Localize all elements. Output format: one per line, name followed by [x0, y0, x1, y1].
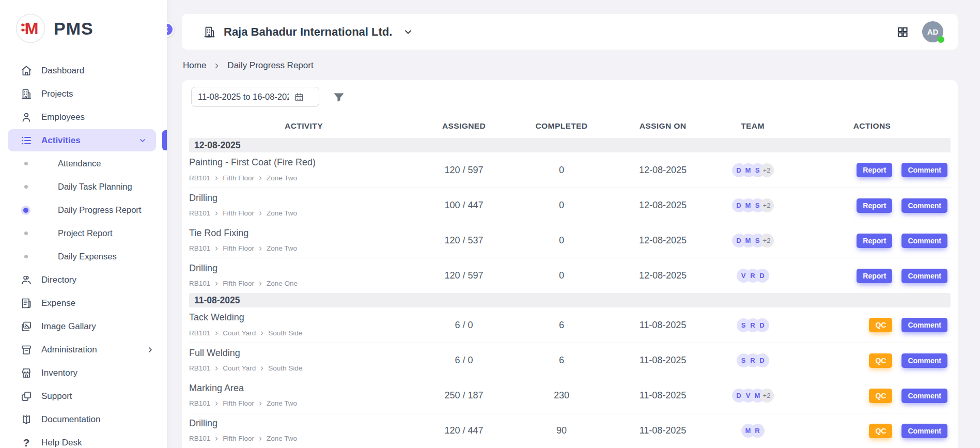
sidebar-item-directory[interactable]: Directory: [0, 268, 167, 291]
sidebar-item-inventory[interactable]: Inventory: [0, 361, 167, 384]
chevron-right-icon: [258, 211, 263, 216]
qc-button[interactable]: QC: [869, 389, 892, 403]
row-actions: QCComment: [794, 318, 951, 332]
comment-button[interactable]: Comment: [901, 198, 947, 213]
location-segment: RB101: [189, 329, 210, 337]
receipt-icon: [20, 297, 33, 310]
sidebar-item-employees[interactable]: Employees: [0, 105, 167, 129]
date-range-field[interactable]: [191, 87, 319, 107]
bullet-dot-icon: [21, 252, 30, 261]
sidebar-collapse-button[interactable]: [167, 22, 174, 37]
activity-title: Tie Rod Fixing: [189, 228, 418, 239]
comment-button[interactable]: Comment: [901, 424, 947, 438]
sidebar-subitem-label: Daily Progress Report: [58, 205, 141, 215]
report-button[interactable]: Report: [857, 269, 892, 283]
team-avatars: DMS+2: [712, 234, 794, 248]
filter-funnel-icon[interactable]: [333, 91, 345, 103]
chevron-right-icon: [258, 436, 263, 441]
row-actions: QCComment: [794, 353, 951, 368]
qc-button[interactable]: QC: [869, 424, 892, 438]
location-segment: Fifth Floor: [223, 280, 254, 287]
location-segment: RB101: [189, 280, 210, 287]
report-button[interactable]: Report: [857, 198, 892, 213]
activity-title: Drilling: [189, 418, 418, 429]
breadcrumb-home[interactable]: Home: [183, 60, 206, 71]
comment-button[interactable]: Comment: [901, 269, 947, 283]
activity-title: Full Welding: [189, 348, 418, 359]
book-icon: [20, 413, 33, 426]
sidebar-item-documentation[interactable]: Documentation: [0, 408, 167, 431]
team-avatar: D: [755, 318, 769, 332]
people-icon: [20, 273, 33, 287]
report-button[interactable]: Report: [857, 163, 892, 177]
table-row: Drilling RB101Fifth FloorZone One 120 / …: [189, 258, 951, 293]
date-range-input[interactable]: [198, 92, 289, 102]
assigned-value: 250 / 187: [418, 390, 509, 401]
sidebar-item-label: Dashboard: [41, 66, 84, 76]
comment-button[interactable]: Comment: [901, 318, 947, 332]
app-title: PMS: [54, 19, 94, 39]
sidebar-item-label: Projects: [41, 89, 73, 99]
location-segment: Zone Two: [267, 399, 297, 407]
qc-button[interactable]: QC: [869, 318, 892, 332]
calendar-icon[interactable]: [294, 92, 304, 102]
comment-button[interactable]: Comment: [901, 353, 947, 368]
comment-button[interactable]: Comment: [901, 234, 947, 248]
qc-button[interactable]: QC: [869, 353, 892, 368]
sidebar-item-dashboard[interactable]: Dashboard: [0, 59, 167, 82]
comment-button[interactable]: Comment: [901, 163, 947, 177]
chevron-right-icon: [214, 401, 219, 406]
activity-cell: Drilling RB101Fifth FloorZone One: [189, 258, 418, 293]
company-selector[interactable]: Raja Bahadur International Ltd.: [203, 25, 413, 39]
location-segment: RB101: [189, 244, 210, 252]
sidebar-item-help-desk[interactable]: ? Help Desk: [0, 431, 167, 448]
sidebar-item-projects[interactable]: Projects: [0, 82, 167, 105]
report-button[interactable]: Report: [857, 234, 892, 248]
location-segment: Fifth Floor: [223, 399, 254, 407]
table-row: Marking Area RB101Fifth FloorZone Two 25…: [189, 378, 951, 413]
team-avatars: DMS+2: [712, 163, 794, 177]
comment-button[interactable]: Comment: [901, 389, 947, 403]
svg-text:M: M: [25, 19, 39, 38]
sidebar-subitem-label: Project Report: [58, 228, 112, 238]
team-avatar: R: [751, 424, 765, 438]
sidebar-subitem-project-report[interactable]: Project Report: [0, 222, 167, 245]
activity-location-breadcrumb: RB101Fifth FloorZone Two: [189, 174, 418, 182]
location-segment: Zone Two: [267, 435, 297, 442]
sidebar-item-expense[interactable]: Expense: [0, 291, 167, 315]
location-segment: Zone Two: [267, 209, 297, 217]
column-header-activity: ACTIVITY: [189, 121, 418, 131]
sidebar-item-label: Help Desk: [41, 438, 82, 448]
assign-on-value: 11-08-2025: [614, 425, 712, 436]
building-icon: [20, 87, 33, 101]
table-row: Drilling RB101Fifth FloorZone Two 120 / …: [189, 413, 951, 448]
table-row: Full Welding RB101Court YardSouth Side 6…: [189, 343, 951, 378]
completed-value: 6: [509, 355, 614, 366]
sidebar-subitem-daily-progress-report[interactable]: Daily Progress Report: [0, 198, 167, 222]
sidebar-item-activities[interactable]: Activities: [0, 129, 167, 152]
apps-grid-icon[interactable]: [896, 26, 909, 38]
home-icon: [20, 64, 33, 78]
sidebar-subitem-attendance[interactable]: Attendance: [0, 152, 167, 175]
sidebar-subitem-daily-task-planning[interactable]: Daily Task Planning: [0, 175, 167, 198]
sidebar-item-support[interactable]: Support: [0, 384, 167, 408]
row-actions: ReportComment: [794, 269, 951, 283]
location-segment: Fifth Floor: [223, 244, 254, 252]
chevron-right-icon: [214, 211, 219, 216]
bullet-dot-icon: [21, 159, 30, 168]
gallery-icon: [20, 320, 33, 333]
team-avatars: SRD: [712, 353, 794, 367]
team-avatar-more: +2: [760, 198, 774, 212]
assigned-value: 6 / 0: [418, 355, 509, 366]
chevron-right-icon: [214, 331, 219, 336]
team-avatar-more: +2: [760, 163, 774, 177]
assign-on-value: 11-08-2025: [614, 320, 712, 331]
sidebar-subitem-daily-expenses[interactable]: Daily Expenses: [0, 245, 167, 268]
activity-location-breadcrumb: RB101Fifth FloorZone One: [189, 280, 418, 287]
sidebar-item-image-gallary[interactable]: Image Gallary: [0, 315, 167, 338]
table-row: Painting - First Coat (Fire Red) RB101Fi…: [189, 152, 951, 188]
user-avatar[interactable]: AD: [922, 21, 943, 42]
row-actions: QCComment: [794, 424, 951, 438]
sidebar-item-administration[interactable]: Administration: [0, 338, 167, 361]
team-avatars: DMS+2: [712, 198, 794, 212]
